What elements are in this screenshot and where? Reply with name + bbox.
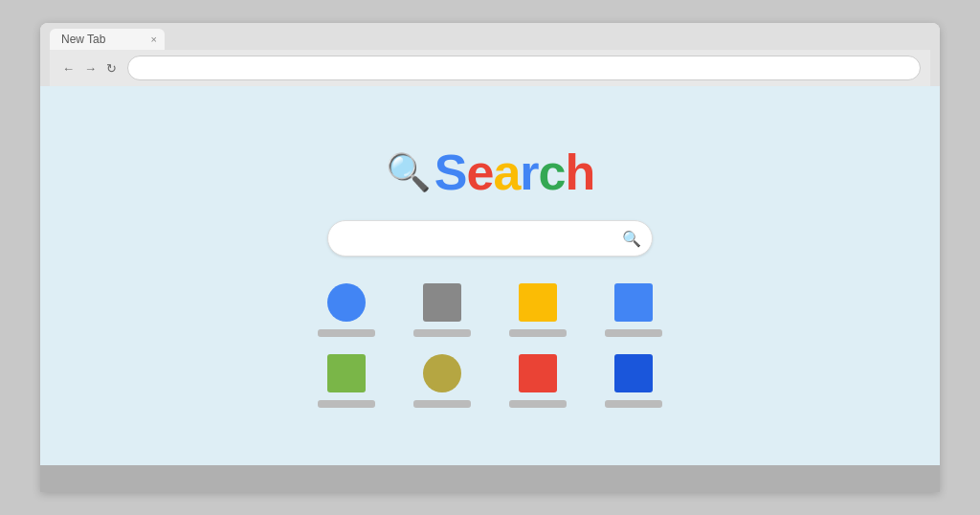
- refresh-button[interactable]: ↻: [103, 59, 120, 78]
- shortcut-item[interactable]: [308, 283, 385, 337]
- shortcut-item[interactable]: [595, 283, 672, 337]
- nav-buttons: ← → ↻: [59, 59, 120, 78]
- shortcut-icon-1: [327, 283, 366, 322]
- browser-footer: [40, 465, 940, 492]
- shortcut-label-5: [318, 400, 375, 408]
- shortcut-label-4: [605, 329, 662, 337]
- browser-tab[interactable]: New Tab ×: [50, 29, 165, 50]
- logo-letter-h: h: [565, 145, 594, 200]
- forward-button[interactable]: →: [81, 59, 100, 78]
- shortcut-label-2: [413, 329, 471, 337]
- shortcut-icon-3: [519, 283, 557, 322]
- shortcut-item[interactable]: [404, 354, 480, 408]
- shortcut-label-3: [509, 329, 567, 337]
- tab-close-button[interactable]: ×: [151, 34, 157, 45]
- logo-letter-r: r: [520, 145, 538, 200]
- browser-chrome: New Tab × ← → ↻: [40, 23, 940, 86]
- search-bar-container: 🔍: [327, 220, 653, 257]
- shortcut-icon-4: [614, 283, 653, 322]
- logo-letter-S: S: [434, 145, 467, 200]
- back-button[interactable]: ←: [59, 59, 78, 78]
- shortcut-item[interactable]: [500, 283, 576, 337]
- shortcut-icon-6: [423, 354, 461, 392]
- logo-letter-a: a: [493, 145, 520, 200]
- shortcut-label-8: [605, 400, 662, 408]
- shortcut-icon-5: [327, 354, 366, 392]
- browser-window: New Tab × ← → ↻ 🔍 Search 🔍: [40, 23, 940, 492]
- magnifier-icon: 🔍: [386, 154, 431, 190]
- shortcut-icon-8: [614, 354, 653, 392]
- shortcut-label-7: [509, 400, 567, 408]
- tab-label: New Tab: [61, 33, 105, 46]
- search-input[interactable]: [327, 220, 653, 257]
- shortcut-icon-7: [519, 354, 557, 392]
- logo-letter-c: c: [539, 145, 566, 200]
- shortcut-item[interactable]: [308, 354, 385, 408]
- browser-content: 🔍 Search 🔍: [40, 86, 940, 465]
- shortcuts-grid: [308, 283, 672, 408]
- logo-text: Search: [434, 144, 594, 201]
- shortcut-item[interactable]: [500, 354, 576, 408]
- shortcut-label-1: [318, 329, 375, 337]
- address-bar[interactable]: [127, 56, 921, 80]
- search-icon[interactable]: 🔍: [622, 230, 641, 248]
- shortcut-label-6: [413, 400, 471, 408]
- search-logo: 🔍 Search: [386, 144, 594, 201]
- tab-row: New Tab ×: [50, 29, 930, 50]
- shortcut-item[interactable]: [595, 354, 672, 408]
- shortcut-item[interactable]: [404, 283, 480, 337]
- logo-letter-e: e: [466, 145, 493, 200]
- browser-toolbar: ← → ↻: [50, 50, 930, 86]
- shortcut-icon-2: [423, 283, 461, 322]
